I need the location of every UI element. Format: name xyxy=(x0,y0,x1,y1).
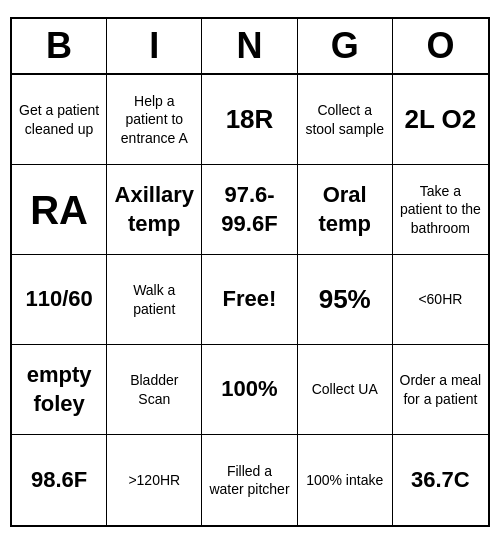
header-letter: G xyxy=(298,19,393,73)
cell-text: 2L O2 xyxy=(405,103,477,137)
cell-text: Free! xyxy=(223,285,277,314)
cell-text: 97.6-99.6F xyxy=(208,181,290,238)
header-letter: N xyxy=(202,19,297,73)
bingo-cell: Axillary temp xyxy=(107,165,202,255)
cell-text: Bladder Scan xyxy=(113,371,195,407)
cell-text: Collect UA xyxy=(312,380,378,398)
cell-text: 18R xyxy=(226,103,274,137)
bingo-cell: Walk a patient xyxy=(107,255,202,345)
cell-text: Axillary temp xyxy=(113,181,195,238)
bingo-cell: Oral temp xyxy=(298,165,393,255)
bingo-cell: 98.6F xyxy=(12,435,107,525)
cell-text: >120HR xyxy=(128,471,180,489)
bingo-cell: <60HR xyxy=(393,255,488,345)
bingo-cell: >120HR xyxy=(107,435,202,525)
cell-text: 36.7C xyxy=(411,466,470,495)
cell-text: 110/60 xyxy=(25,285,92,314)
cell-text: Oral temp xyxy=(304,181,386,238)
bingo-cell: RA xyxy=(12,165,107,255)
bingo-cell: 100% xyxy=(202,345,297,435)
cell-text: RA xyxy=(30,184,88,236)
bingo-cell: 110/60 xyxy=(12,255,107,345)
bingo-cell: 100% intake xyxy=(298,435,393,525)
bingo-cell: Free! xyxy=(202,255,297,345)
bingo-cell: Collect UA xyxy=(298,345,393,435)
bingo-cell: Bladder Scan xyxy=(107,345,202,435)
bingo-cell: 36.7C xyxy=(393,435,488,525)
bingo-card: BINGO Get a patient cleaned upHelp a pat… xyxy=(10,17,490,527)
bingo-cell: 18R xyxy=(202,75,297,165)
cell-text: 95% xyxy=(319,283,371,317)
bingo-cell: Filled a water pitcher xyxy=(202,435,297,525)
bingo-header: BINGO xyxy=(12,19,488,75)
cell-text: <60HR xyxy=(418,290,462,308)
cell-text: 100% intake xyxy=(306,471,383,489)
bingo-cell: Collect a stool sample xyxy=(298,75,393,165)
cell-text: Collect a stool sample xyxy=(304,101,386,137)
cell-text: Get a patient cleaned up xyxy=(18,101,100,137)
bingo-cell: Help a patient to entrance A xyxy=(107,75,202,165)
cell-text: Walk a patient xyxy=(113,281,195,317)
header-letter: I xyxy=(107,19,202,73)
cell-text: 98.6F xyxy=(31,466,87,495)
cell-text: Take a patient to the bathroom xyxy=(399,182,482,237)
bingo-grid: Get a patient cleaned upHelp a patient t… xyxy=(12,75,488,525)
bingo-cell: empty foley xyxy=(12,345,107,435)
cell-text: Order a meal for a patient xyxy=(399,371,482,407)
cell-text: 100% xyxy=(221,375,277,404)
cell-text: Filled a water pitcher xyxy=(208,462,290,498)
bingo-cell: Get a patient cleaned up xyxy=(12,75,107,165)
bingo-cell: 95% xyxy=(298,255,393,345)
header-letter: O xyxy=(393,19,488,73)
bingo-cell: Order a meal for a patient xyxy=(393,345,488,435)
bingo-cell: 2L O2 xyxy=(393,75,488,165)
header-letter: B xyxy=(12,19,107,73)
bingo-cell: Take a patient to the bathroom xyxy=(393,165,488,255)
cell-text: empty foley xyxy=(18,361,100,418)
cell-text: Help a patient to entrance A xyxy=(113,92,195,147)
bingo-cell: 97.6-99.6F xyxy=(202,165,297,255)
